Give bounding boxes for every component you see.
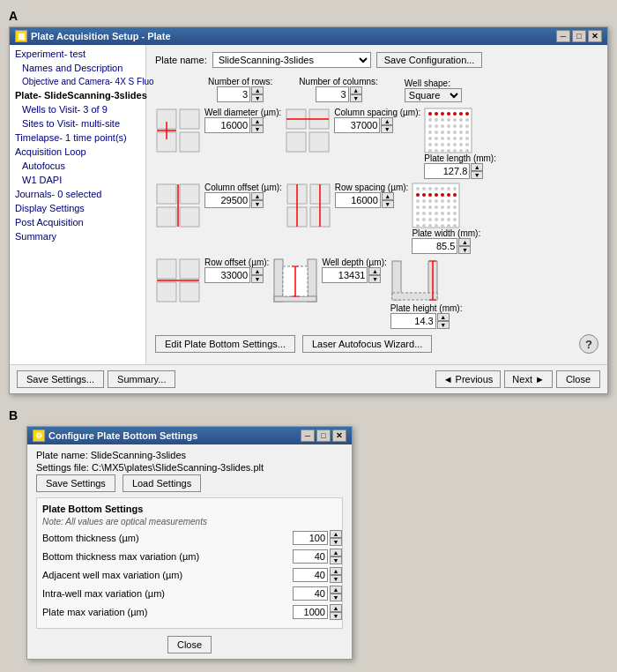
well-depth-input[interactable] (322, 267, 368, 283)
plate-len-input[interactable] (424, 163, 470, 179)
sidebar-item-display[interactable]: Display Settings (10, 201, 145, 215)
sidebar-item-w1dapi[interactable]: W1 DAPI (10, 173, 145, 187)
plate-width-input[interactable] (412, 238, 457, 254)
row-offset-input[interactable] (204, 267, 250, 283)
sidebar-item-plate[interactable]: Plate- SlideScanning-3slides (10, 88, 145, 102)
plate-len-up[interactable]: ▲ (471, 163, 483, 171)
plate-height-input[interactable] (390, 313, 436, 329)
plate-max-variation-down[interactable]: ▼ (330, 612, 342, 620)
svg-point-120 (447, 224, 450, 228)
plate-bottom-note: Note: All values are optical measurement… (42, 517, 337, 526)
configure-titlebar: ⚙ Configure Plate Bottom Settings ─ □ ✕ (27, 427, 352, 444)
sidebar-item-timelapse[interactable]: Timelapse- 1 time point(s) (10, 131, 145, 145)
configure-minimize[interactable]: ─ (301, 429, 315, 442)
summary-button[interactable]: Summary... (108, 370, 175, 388)
num-cols-up[interactable]: ▲ (350, 86, 362, 94)
bottom-thickness-input[interactable] (293, 531, 328, 545)
bottom-thickness-max-input[interactable] (293, 549, 328, 564)
svg-point-101 (416, 212, 420, 215)
laser-autofocus-button[interactable]: Laser Autofocus Wizard... (302, 335, 432, 353)
previous-button[interactable]: ◄ Previous (435, 370, 502, 388)
num-cols-input[interactable] (316, 86, 349, 102)
sidebar-item-postacq[interactable]: Post Acquisition (10, 215, 145, 229)
configure-maximize[interactable]: □ (316, 429, 331, 442)
sidebar-item-acq-loop[interactable]: Acquisition Loop (10, 145, 145, 159)
num-cols-down[interactable]: ▼ (350, 94, 362, 102)
plate-width-up[interactable]: ▲ (458, 238, 471, 246)
sidebar-item-experiment[interactable]: Experiment- test (10, 47, 145, 61)
well-diam-input[interactable] (204, 117, 250, 133)
num-rows-arrows[interactable]: ▲ ▼ (251, 86, 264, 102)
sidebar-item-autofocus[interactable]: Autofocus (10, 159, 145, 173)
svg-point-57 (447, 149, 450, 153)
plate-max-variation-up[interactable]: ▲ (330, 604, 342, 612)
plate-height-down[interactable]: ▼ (437, 321, 450, 329)
col-offset-input[interactable] (204, 192, 250, 208)
row-offset-up[interactable]: ▲ (251, 267, 264, 275)
num-rows-up[interactable]: ▲ (251, 86, 264, 94)
close-window-button[interactable]: ✕ (588, 30, 602, 42)
svg-point-113 (447, 218, 450, 221)
row-spacing-label: Row spacing (µm): (335, 183, 409, 192)
row-spacing-up[interactable]: ▲ (382, 192, 394, 200)
num-rows-spinbox[interactable]: ▲ ▼ (217, 86, 264, 102)
svg-rect-128 (308, 259, 316, 302)
configure-window-title: Configure Plate Bottom Settings (48, 430, 197, 441)
svg-point-16 (453, 112, 457, 116)
sidebar-item-sites[interactable]: Sites to Visit- multi-site (10, 116, 145, 131)
well-diam-down[interactable]: ▼ (251, 125, 264, 133)
well-shape-select[interactable]: Square (405, 88, 462, 102)
bottom-thickness-up[interactable]: ▲ (330, 530, 342, 538)
num-rows-down[interactable]: ▼ (251, 94, 264, 102)
plate-max-variation-input[interactable] (293, 605, 328, 619)
help-button[interactable]: ? (579, 334, 598, 354)
intra-well-up[interactable]: ▲ (330, 586, 342, 594)
sidebar-item-objective[interactable]: Objective and Camera- 4X S Fluo (10, 75, 145, 88)
configure-close[interactable]: ✕ (332, 429, 346, 442)
row-spacing-input[interactable] (335, 192, 381, 208)
maximize-button[interactable]: □ (572, 30, 586, 42)
num-cols-arrows[interactable]: ▲ ▼ (350, 86, 362, 102)
col-offset-down[interactable]: ▼ (251, 200, 264, 208)
adjacent-well-up[interactable]: ▲ (330, 567, 342, 575)
bottom-thickness-down[interactable]: ▼ (330, 538, 342, 546)
plate-name-row: Plate name: SlideScanning-3slides Save C… (155, 52, 598, 68)
plate-len-down[interactable]: ▼ (471, 171, 483, 179)
plate-name-select[interactable]: SlideScanning-3slides (212, 52, 371, 68)
sidebar-item-summary[interactable]: Summary (10, 229, 145, 243)
edit-plate-bottom-button[interactable]: Edit Plate Bottom Settings... (155, 335, 295, 353)
sidebar-item-wells[interactable]: Wells to Visit- 3 of 9 (10, 102, 145, 116)
close-main-button[interactable]: Close (556, 370, 600, 388)
col-spacing-input[interactable] (334, 117, 380, 133)
adjacent-well-down[interactable]: ▼ (330, 575, 342, 583)
row-offset-down[interactable]: ▼ (251, 275, 264, 283)
save-configuration-button[interactable]: Save Configuration... (376, 52, 483, 68)
configure-close-row: Close (36, 636, 343, 653)
load-settings-btn[interactable]: Load Settings (123, 474, 201, 492)
intra-well-input[interactable] (293, 586, 328, 601)
well-diam-up[interactable]: ▲ (251, 117, 264, 125)
plate-width-down[interactable]: ▼ (458, 246, 471, 254)
plate-height-up[interactable]: ▲ (437, 313, 450, 321)
col-spacing-down[interactable]: ▼ (381, 125, 393, 133)
num-rows-input[interactable] (217, 86, 250, 102)
save-settings-button[interactable]: Save Settings... (17, 370, 104, 388)
well-depth-down[interactable]: ▼ (368, 275, 381, 283)
bottom-thickness-max-up[interactable]: ▲ (330, 549, 342, 556)
num-cols-spinbox[interactable]: ▲ ▼ (316, 86, 362, 102)
next-button[interactable]: Next ► (504, 370, 553, 388)
col-spacing-up[interactable]: ▲ (381, 117, 393, 125)
well-depth-up[interactable]: ▲ (368, 267, 381, 275)
minimize-button[interactable]: ─ (556, 30, 570, 42)
col-offset-up[interactable]: ▲ (251, 192, 264, 200)
save-settings-btn[interactable]: Save Settings (36, 474, 115, 492)
configure-plate-name-row: Plate name: SlideScanning-3slides (36, 450, 343, 460)
sidebar-item-journals[interactable]: Journals- 0 selected (10, 187, 145, 201)
sidebar-item-names[interactable]: Names and Description (10, 61, 145, 75)
adjacent-well-input[interactable] (293, 568, 328, 582)
configure-close-button[interactable]: Close (167, 636, 212, 653)
row-spacing-down[interactable]: ▼ (382, 200, 394, 208)
titlebar-left: ▦ Plate Acquisition Setup - Plate (15, 30, 171, 42)
bottom-thickness-max-down[interactable]: ▼ (330, 556, 342, 564)
intra-well-down[interactable]: ▼ (330, 594, 342, 601)
